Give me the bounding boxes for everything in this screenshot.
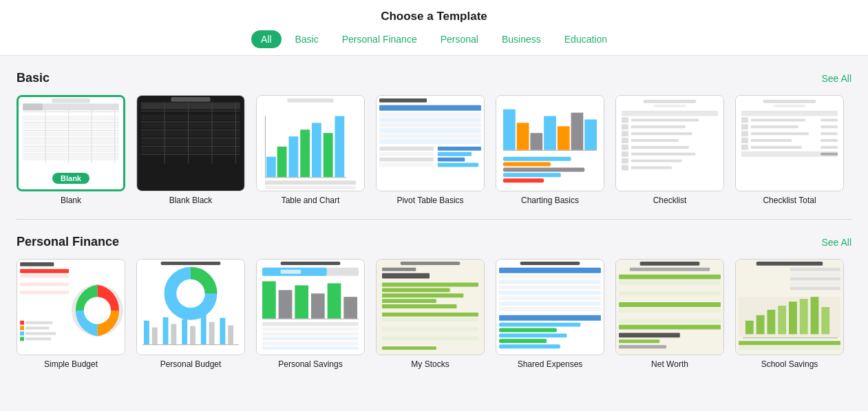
template-personal-savings-thumb — [256, 259, 365, 355]
template-pivot-table[interactable]: Pivot Table Basics — [376, 95, 485, 205]
svg-rect-173 — [262, 346, 359, 350]
svg-rect-33 — [141, 154, 240, 155]
svg-rect-89 — [631, 125, 686, 128]
svg-rect-22 — [141, 103, 240, 109]
template-personal-savings[interactable]: Personal Savings — [256, 259, 365, 369]
template-blank-thumb: Blank — [17, 95, 125, 191]
svg-rect-155 — [142, 344, 239, 345]
svg-rect-59 — [379, 139, 481, 144]
svg-rect-83 — [644, 100, 697, 103]
svg-rect-122 — [821, 153, 838, 156]
tab-personal[interactable]: Personal — [431, 30, 488, 48]
svg-rect-238 — [821, 307, 829, 334]
svg-rect-211 — [619, 281, 721, 285]
svg-rect-188 — [382, 337, 478, 340]
svg-rect-164 — [311, 293, 325, 318]
template-table-chart[interactable]: Table and Chart — [256, 95, 365, 205]
svg-rect-84 — [653, 105, 686, 107]
svg-rect-7 — [23, 130, 119, 131]
svg-rect-111 — [821, 125, 838, 128]
svg-rect-205 — [499, 339, 547, 343]
svg-rect-229 — [790, 286, 840, 290]
svg-rect-110 — [751, 125, 798, 128]
svg-rect-46 — [335, 116, 344, 178]
template-checklist[interactable]: Checklist — [615, 95, 724, 205]
svg-rect-193 — [499, 268, 601, 273]
svg-rect-39 — [287, 98, 333, 103]
svg-rect-137 — [25, 322, 52, 324]
svg-rect-129 — [20, 286, 69, 290]
template-blank-label: Blank — [61, 196, 81, 205]
see-all-pf[interactable]: See All — [821, 237, 851, 248]
svg-rect-154 — [228, 326, 233, 345]
svg-rect-117 — [821, 139, 838, 142]
svg-rect-21 — [171, 97, 210, 102]
template-net-worth[interactable]: Net Worth — [615, 259, 724, 369]
svg-rect-194 — [499, 275, 601, 279]
svg-rect-30 — [141, 139, 240, 145]
template-personal-budget[interactable]: Personal Budget — [136, 259, 245, 369]
svg-rect-234 — [778, 306, 786, 334]
svg-rect-167 — [262, 319, 359, 319]
svg-rect-180 — [382, 293, 463, 297]
svg-rect-27 — [141, 129, 240, 130]
svg-rect-125 — [20, 269, 69, 273]
svg-rect-94 — [622, 145, 628, 150]
tab-education[interactable]: Education — [555, 30, 617, 48]
svg-rect-148 — [171, 324, 176, 345]
template-checklist-total[interactable]: Checklist Total — [735, 95, 844, 205]
svg-rect-54 — [379, 112, 481, 117]
see-all-basic[interactable]: See All — [821, 73, 851, 84]
svg-rect-25 — [141, 121, 240, 122]
svg-rect-172 — [262, 341, 359, 345]
svg-rect-109 — [741, 124, 748, 129]
svg-rect-69 — [503, 109, 516, 150]
svg-rect-48 — [265, 116, 266, 178]
svg-rect-192 — [520, 262, 580, 265]
template-charting-basics[interactable]: Charting Basics — [496, 95, 604, 205]
svg-rect-77 — [503, 157, 571, 161]
template-shared-expenses[interactable]: Shared Expenses — [496, 259, 604, 369]
svg-rect-28 — [141, 131, 240, 136]
svg-rect-126 — [20, 275, 69, 278]
svg-rect-182 — [382, 304, 456, 308]
template-simple-budget[interactable]: Simple Budget — [17, 259, 125, 369]
svg-rect-37 — [235, 103, 236, 164]
svg-rect-14 — [23, 155, 119, 160]
template-checklist-label: Checklist — [653, 196, 687, 205]
svg-rect-2 — [23, 104, 43, 111]
svg-rect-136 — [20, 337, 24, 341]
svg-rect-157 — [281, 262, 341, 265]
template-blank-black[interactable]: Blank Black — [136, 95, 245, 205]
svg-rect-133 — [20, 321, 24, 325]
svg-rect-231 — [745, 321, 754, 335]
svg-rect-52 — [379, 98, 427, 103]
svg-rect-113 — [751, 132, 809, 135]
tab-business[interactable]: Business — [492, 30, 551, 48]
tab-all[interactable]: All — [251, 30, 282, 48]
svg-rect-80 — [503, 173, 561, 177]
svg-rect-161 — [262, 282, 276, 319]
template-school-savings[interactable]: School Savings — [735, 259, 844, 369]
svg-rect-162 — [279, 290, 293, 318]
template-blank-black-thumb — [136, 95, 245, 191]
svg-rect-160 — [281, 270, 301, 274]
svg-rect-98 — [622, 158, 628, 164]
svg-rect-142 — [161, 262, 221, 265]
tab-personal-finance[interactable]: Personal Finance — [332, 30, 427, 48]
svg-rect-82 — [616, 96, 723, 191]
tab-basic[interactable]: Basic — [286, 30, 328, 48]
svg-rect-71 — [530, 133, 542, 150]
svg-rect-102 — [736, 96, 843, 191]
template-personal-savings-label: Personal Savings — [278, 359, 342, 369]
svg-rect-124 — [20, 262, 54, 266]
svg-rect-218 — [619, 319, 721, 324]
page-header: Choose a Template All Basic Personal Fin… — [0, 0, 868, 56]
template-blank[interactable]: Blank Blank — [17, 95, 125, 205]
svg-rect-210 — [619, 275, 721, 280]
template-my-stocks[interactable]: My Stocks — [376, 259, 485, 369]
pf-template-row: Simple Budget — [17, 259, 851, 369]
svg-rect-92 — [622, 138, 628, 143]
svg-rect-93 — [631, 139, 679, 142]
svg-rect-202 — [499, 323, 580, 327]
